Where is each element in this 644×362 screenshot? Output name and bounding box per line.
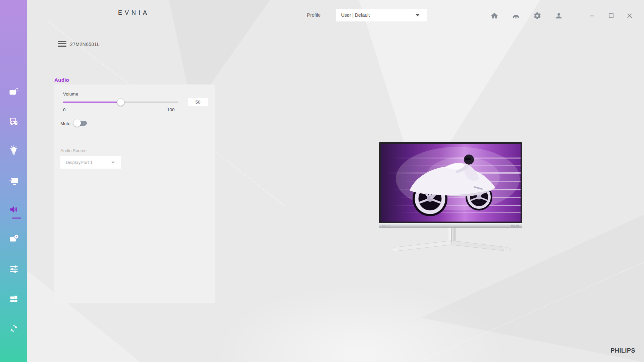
adjustment-sliders-icon bbox=[9, 264, 19, 274]
sidebar-item-adjustments[interactable] bbox=[0, 260, 27, 279]
evnia-logo: EVNIA bbox=[118, 9, 150, 16]
profile-label: Profile bbox=[307, 12, 321, 18]
audio-source-value: DisplayPort 1 bbox=[66, 160, 93, 165]
volume-slider-handle[interactable] bbox=[117, 99, 124, 106]
volume-min-label: 0 bbox=[63, 107, 66, 112]
chevron-down-icon bbox=[416, 14, 420, 16]
sync-refresh-icon bbox=[9, 323, 19, 334]
volume-max-label: 100 bbox=[167, 107, 175, 112]
lighting-bulb-icon bbox=[9, 145, 19, 155]
header-bar: EVNIA Profile User | Default bbox=[27, 0, 644, 30]
maximize-icon bbox=[608, 12, 614, 19]
device-menu-button[interactable] bbox=[58, 41, 66, 47]
chevron-down-icon bbox=[111, 162, 115, 164]
sidebar-item-smart-image[interactable] bbox=[0, 83, 27, 102]
sidebar-item-monitor-settings[interactable] bbox=[0, 230, 27, 248]
home-icon bbox=[490, 12, 498, 20]
evnia-app-window: EVNIA Profile User | Default bbox=[0, 0, 644, 362]
sidebar-item-multiview[interactable] bbox=[0, 290, 27, 308]
input-source-icon bbox=[9, 176, 19, 186]
settings-button[interactable] bbox=[532, 10, 543, 21]
settings-gear-icon bbox=[533, 12, 541, 20]
volume-label: Volume bbox=[63, 92, 78, 97]
hamburger-icon bbox=[58, 41, 66, 42]
philips-logo: PHILIPS bbox=[610, 347, 635, 354]
sidebar-nav bbox=[0, 0, 27, 362]
audio-source-dropdown[interactable]: DisplayPort 1 bbox=[60, 156, 121, 169]
mute-toggle[interactable] bbox=[73, 119, 87, 127]
close-icon bbox=[626, 12, 633, 19]
active-item-underline bbox=[12, 218, 21, 219]
profile-dropdown[interactable]: User | Default bbox=[336, 9, 427, 21]
monitor-settings-icon bbox=[9, 234, 19, 244]
profile-dropdown-value: User | Default bbox=[341, 12, 370, 18]
dashboard-button[interactable] bbox=[511, 10, 521, 21]
monitor-preview: EVNIA PHILIPS bbox=[377, 140, 527, 251]
sidebar-item-lighting[interactable] bbox=[0, 141, 27, 160]
close-button[interactable] bbox=[625, 11, 635, 20]
mute-toggle-knob bbox=[73, 119, 81, 127]
dashboard-gauge-icon bbox=[512, 12, 520, 20]
monitor-preview-image: EVNIA PHILIPS bbox=[377, 140, 527, 251]
audio-source-label: Audio Source bbox=[60, 148, 87, 153]
multiview-grid-icon bbox=[9, 294, 19, 304]
home-button[interactable] bbox=[489, 10, 500, 21]
sidebar-item-audio[interactable] bbox=[0, 200, 27, 219]
user-icon bbox=[555, 12, 563, 20]
mute-label: Mute bbox=[60, 121, 70, 126]
background-facet-line bbox=[419, 239, 644, 362]
monitor-chin-brand-left: EVNIA bbox=[382, 225, 390, 227]
user-button[interactable] bbox=[553, 10, 564, 21]
audio-section-title: Audio bbox=[54, 77, 69, 83]
device-name: 27M2N6501L bbox=[70, 42, 100, 47]
audio-panel: Volume 50 0 100 Mute Audio Source Displa… bbox=[54, 84, 215, 303]
volume-slider-fill bbox=[63, 102, 121, 103]
minimize-icon bbox=[589, 12, 595, 19]
sidebar-item-gaming[interactable] bbox=[0, 112, 27, 131]
volume-value-box[interactable]: 50 bbox=[188, 98, 208, 106]
maximize-button[interactable] bbox=[606, 11, 616, 20]
sidebar-item-sync[interactable] bbox=[0, 319, 27, 338]
gaming-gamepad-icon bbox=[9, 116, 19, 126]
volume-slider[interactable] bbox=[63, 99, 178, 106]
audio-speaker-icon bbox=[9, 204, 19, 215]
smart-image-icon bbox=[9, 87, 19, 97]
sidebar-item-input-source[interactable] bbox=[0, 172, 27, 190]
minimize-button[interactable] bbox=[587, 11, 597, 20]
monitor-chin-brand-right: PHILIPS bbox=[511, 225, 519, 227]
